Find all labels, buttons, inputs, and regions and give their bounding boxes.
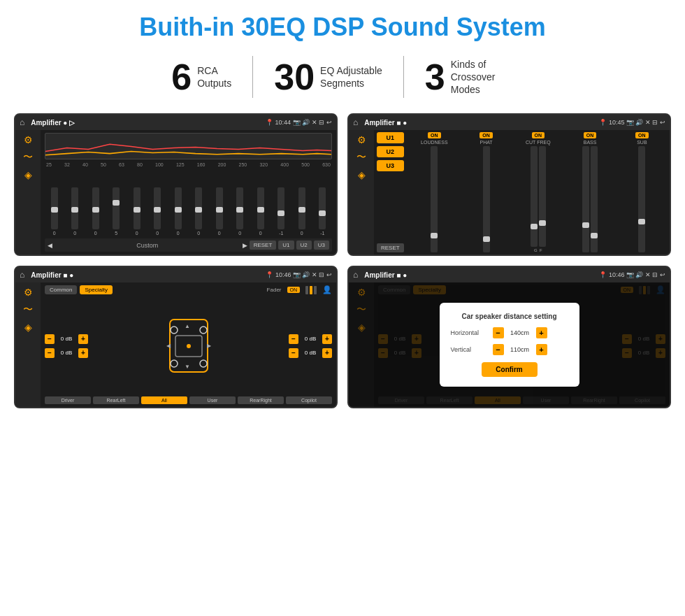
btn-user[interactable]: User — [189, 396, 236, 404]
eq-slider-2[interactable]: 0 — [92, 187, 99, 236]
eq-slider-9[interactable]: 0 — [236, 187, 243, 236]
cx-speaker-icon[interactable]: ◈ — [358, 169, 366, 180]
u1-btn[interactable]: U1 — [377, 132, 404, 143]
u2-btn[interactable]: U2 — [377, 146, 404, 157]
cx-phat-on[interactable]: ON — [480, 132, 493, 138]
car-diagram: ▲ ▼ ◀ ▶ — [92, 316, 284, 375]
dialog-horizontal-plus[interactable]: + — [536, 327, 547, 338]
eq-slider-13[interactable]: -1 — [319, 187, 326, 236]
eq-slider-0[interactable]: 0 — [51, 187, 58, 236]
svg-text:◀: ◀ — [166, 343, 171, 349]
db-control-rl: − 0 dB + — [45, 348, 88, 358]
fader-tabs: Common Specialty Fader ON 👤 — [45, 285, 332, 294]
fdr-wave-icon[interactable]: 〜 — [23, 303, 33, 316]
tab-specialty[interactable]: Specialty — [80, 285, 112, 294]
btn-copilot[interactable]: Copilot — [286, 396, 332, 404]
dialog-vertical-plus[interactable]: + — [536, 344, 547, 355]
tab-common[interactable]: Common — [45, 285, 77, 294]
stat-crossover: 3 Kinds ofCrossover Modes — [404, 58, 535, 96]
eq-status-bar: ⌂ Amplifier ● ▷ 📍 10:44 📷 🔊 ✕ ⊟ ↩ — [15, 115, 336, 130]
confirm-button[interactable]: Confirm — [482, 362, 538, 377]
cx-cutfreq-slider-g[interactable] — [531, 146, 538, 247]
eq-slider-10[interactable]: 0 — [257, 187, 264, 236]
eq-slider-8[interactable]: 0 — [216, 187, 223, 236]
db-fr-value: 0 dB — [301, 336, 320, 342]
cx-filter-icon[interactable]: ⚙ — [357, 134, 366, 145]
eq-bottom-bar: ◀ Custom ▶ RESET U1 U2 U3 — [45, 238, 332, 252]
eq-filter-icon[interactable]: ⚙ — [24, 134, 33, 145]
eq-speaker-icon[interactable]: ◈ — [24, 169, 32, 180]
btn-rearleft[interactable]: RearLeft — [93, 396, 139, 404]
eq-preset-label: Custom — [55, 242, 240, 249]
eq-freq-labels: 25 32 40 50 63 80 100 125 160 200 250 32… — [45, 162, 332, 167]
db-rl-plus[interactable]: + — [78, 348, 88, 358]
db-rl-minus[interactable]: − — [45, 348, 55, 358]
eq-slider-4[interactable]: 0 — [134, 187, 140, 236]
fader-sidebar: ⚙ 〜 ◈ — [15, 282, 41, 407]
eq-slider-1[interactable]: 0 — [71, 187, 78, 236]
cx-reset-btn[interactable]: RESET — [377, 243, 404, 252]
u3-btn[interactable]: U3 — [377, 160, 404, 171]
cx-bass-slider-g[interactable] — [591, 146, 598, 252]
fader-main: Common Specialty Fader ON 👤 − — [41, 282, 336, 407]
cx-loudness-on[interactable]: ON — [428, 132, 441, 138]
btn-driver[interactable]: Driver — [45, 396, 91, 404]
eq-slider-11[interactable]: -1 — [277, 187, 284, 236]
db-rr-minus[interactable]: − — [289, 348, 298, 358]
eq-wave-icon[interactable]: 〜 — [23, 151, 33, 164]
dialog-status-bar: ⌂ Amplifier ■ ● 📍 10:46 📷 🔊 ✕ ⊟ ↩ — [349, 267, 670, 282]
cx-loudness-slider[interactable] — [431, 146, 438, 252]
stat-crossover-number: 3 — [425, 59, 445, 95]
eq-slider-6[interactable]: 0 — [175, 187, 182, 236]
fader-on-badge[interactable]: ON — [287, 287, 301, 293]
eq-prev[interactable]: ◀ — [48, 242, 52, 249]
cx-wave-icon[interactable]: 〜 — [356, 151, 366, 164]
eq-u2-btn[interactable]: U2 — [296, 241, 312, 250]
stat-rca-label: RCAOutputs — [197, 64, 231, 89]
eq-next[interactable]: ▶ — [243, 242, 247, 249]
stat-eq: 30 EQ AdjustableSegments — [253, 59, 403, 95]
fader-person-icon[interactable]: 👤 — [322, 285, 332, 294]
db-fr-minus[interactable]: − — [289, 334, 298, 344]
eq-slider-5[interactable]: 0 — [154, 187, 161, 236]
btn-rearright[interactable]: RearRight — [238, 396, 284, 404]
eq-slider-7[interactable]: 0 — [195, 187, 202, 236]
db-fr-plus[interactable]: + — [322, 334, 332, 344]
cx-col-loudness: ON LOUDNESS — [410, 132, 459, 252]
crossover-app-title: Amplifier ■ ● — [364, 119, 596, 127]
dialog-row-vertical: Vertical − 110cm + — [451, 344, 568, 355]
eq-u1-btn[interactable]: U1 — [278, 241, 294, 250]
crossover-status-bar: ⌂ Amplifier ■ ● 📍 10:45 📷 🔊 ✕ ⊟ ↩ — [349, 115, 670, 130]
cx-cutfreq-slider-f[interactable] — [539, 146, 546, 247]
fdr-speaker-icon[interactable]: ◈ — [24, 322, 32, 333]
svg-point-6 — [200, 360, 207, 367]
db-fl-plus[interactable]: + — [78, 334, 88, 344]
stats-row: 6 RCAOutputs 30 EQ AdjustableSegments 3 … — [0, 49, 685, 108]
cx-sub-slider[interactable] — [638, 146, 645, 252]
stat-eq-number: 30 — [274, 59, 315, 95]
eq-reset-btn[interactable]: RESET — [250, 241, 277, 250]
cx-col-bass: ON BASS — [565, 132, 614, 252]
eq-u3-btn[interactable]: U3 — [314, 241, 329, 250]
cx-sub-on[interactable]: ON — [635, 132, 649, 138]
fader-bottom-row: Driver RearLeft All User RearRight Copil… — [45, 396, 332, 404]
btn-all[interactable]: All — [141, 396, 187, 404]
eq-slider-12[interactable]: 0 — [298, 187, 305, 236]
dialog-horizontal-minus[interactable]: − — [493, 327, 504, 338]
dialog-vertical-minus[interactable]: − — [493, 344, 504, 355]
db-control-fr: − 0 dB + — [289, 334, 332, 344]
db-rr-plus[interactable]: + — [322, 348, 332, 358]
cx-cutfreq-on[interactable]: ON — [532, 132, 545, 138]
eq-slider-3[interactable]: 5 — [113, 187, 120, 236]
stat-rca-number: 6 — [171, 59, 192, 95]
cx-bass-slider-f[interactable] — [582, 146, 589, 252]
dialog-horizontal-label: Horizontal — [451, 329, 489, 336]
crossover-screen: ⌂ Amplifier ■ ● 📍 10:45 📷 🔊 ✕ ⊟ ↩ ⚙ 〜 ◈ … — [347, 113, 671, 256]
dialog-overlay: Car speaker distance setting Horizontal … — [349, 282, 670, 407]
db-fl-minus[interactable]: − — [45, 334, 55, 344]
fdr-filter-icon[interactable]: ⚙ — [24, 287, 33, 298]
dialog-vertical-label: Vertical — [451, 346, 489, 353]
cx-bass-on[interactable]: ON — [584, 132, 597, 138]
page-title: Buith-in 30EQ DSP Sound System — [0, 0, 685, 49]
cx-phat-slider[interactable] — [483, 146, 490, 252]
